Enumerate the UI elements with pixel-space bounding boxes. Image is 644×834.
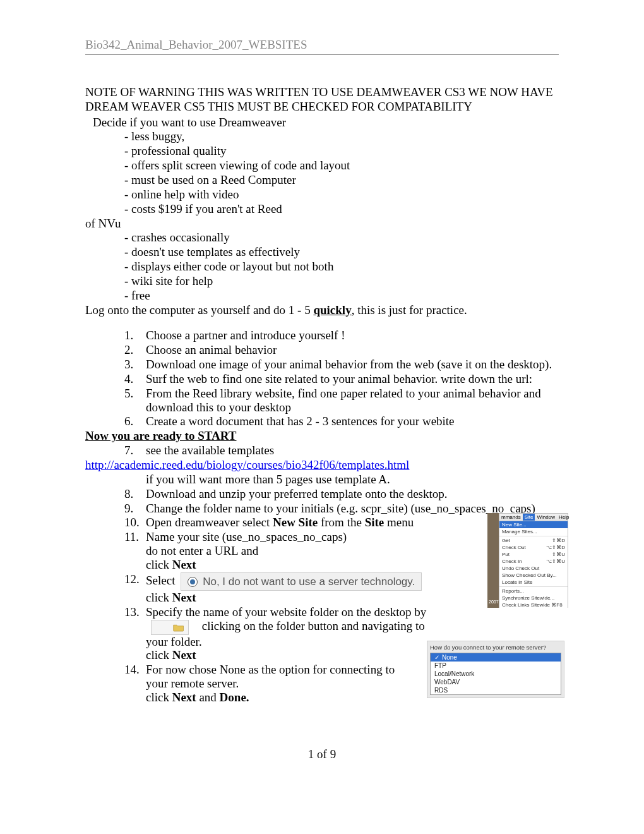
dw-bullet: - costs $199 if you aren't at Reed (85, 202, 559, 216)
nvu-bullet: - wiki site for help (85, 274, 559, 288)
menu-locate-in-site[interactable]: Locate in Site (499, 579, 568, 586)
dw-bullet: - less buggy, (85, 130, 559, 143)
step-2: 2.Choose an animal behavior (124, 343, 559, 357)
menu-window: Window (535, 514, 556, 521)
radio-icon (188, 577, 198, 587)
page-header: Bio342_Animal_Behavior_2007_WEBSITES (85, 38, 559, 55)
step-text: and (196, 691, 220, 704)
step-text: Surf the web to find one site related to… (146, 372, 532, 385)
connect-opt-webdav[interactable]: WebDAV (431, 678, 561, 686)
folder-browse-button[interactable] (151, 620, 189, 635)
step-bold: Next (172, 648, 196, 662)
menu-reports[interactable]: Reports... (499, 588, 568, 595)
dw-bullet: - must be used on a Reed Computer (85, 173, 559, 187)
radio-label: No, I do not want to use a server techno… (203, 576, 415, 588)
connect-question: How do you connect to your remote server… (430, 644, 561, 651)
connect-opt-none[interactable]: None (431, 653, 561, 662)
site-menu-screenshot: 2007 mmands Site Window Help New Site...… (487, 513, 569, 608)
warning-text: NOTE OF WARNING THIS WAS WRITTEN TO USE … (85, 85, 559, 114)
logon-quickly: quickly (313, 303, 351, 317)
menu-manage-sites[interactable]: Manage Sites... (499, 528, 568, 535)
step-text: Download and unzip your preferred templa… (146, 487, 448, 500)
menu-check-out[interactable]: Check Out⌥⇧⌘D (499, 544, 568, 551)
dw-bullet: - professional quality (85, 144, 559, 158)
nvu-bullet: - displays either code or layout but not… (85, 260, 559, 274)
menu-site[interactable]: Site (523, 514, 535, 521)
templates-link[interactable]: http://academic.reed.edu/biology/courses… (85, 458, 409, 471)
page-footer: 1 of 9 (0, 747, 644, 761)
step-text: Choose an animal behavior (146, 343, 277, 356)
connect-opt-ftp[interactable]: FTP (431, 662, 561, 670)
menu-new-site[interactable]: New Site... (499, 521, 568, 528)
radio-no-server-tech[interactable]: No, I do not want to use a server techno… (181, 572, 422, 591)
menu-show-checked-out-by[interactable]: Show Checked Out By... (499, 572, 568, 579)
steps-list-2: 7.see the available templates (85, 444, 559, 457)
step-text: For now chose None as the option for con… (146, 663, 395, 690)
menu-undo-check-out[interactable]: Undo Check Out (499, 565, 568, 572)
step-text: Open dreamweaver select (146, 516, 273, 529)
nvu-bullet: - crashes occasionally (85, 231, 559, 245)
logon-line: Log onto the computer as yourself and do… (85, 303, 559, 317)
step-bold: Done. (220, 691, 249, 704)
logon-post: , this is just for practice. (352, 303, 467, 317)
remote-server-panel: How do you connect to your remote server… (427, 641, 564, 698)
step-bold: New Site (273, 516, 318, 529)
menu-help: Help (557, 514, 569, 521)
step-3: 3.Download one image of your animal beha… (124, 358, 559, 372)
menu-commands: mmands (499, 514, 523, 521)
step-5: 5.From the Reed library website, find on… (124, 387, 559, 414)
step-8: 8.Download and unzip your preferred temp… (124, 487, 559, 501)
step-text: menu (384, 516, 414, 529)
step-bold: Next (172, 691, 196, 704)
menubar: mmands Site Window Help (499, 514, 568, 521)
connect-dropdown[interactable]: None FTP Local/Network WebDAV RDS (430, 653, 561, 695)
dw-bullet: - online help with video (85, 188, 559, 202)
logon-pre: Log onto the computer as yourself and do… (85, 303, 313, 317)
connect-opt-local[interactable]: Local/Network (431, 670, 561, 678)
step-bold: Next (172, 558, 196, 571)
dw-bullet: - offers split screen viewing of code an… (85, 159, 559, 172)
step-text: click (146, 648, 172, 662)
step-7b: if you will want more than 5 pages use t… (124, 473, 559, 486)
menu-put[interactable]: Put⇧⌘U (499, 551, 568, 558)
ofnvu-line: of NVu (85, 217, 559, 231)
nvu-bullet: - free (85, 289, 559, 303)
step-text: Select (146, 574, 178, 587)
step-text: Create a word document that has 2 - 3 se… (146, 414, 455, 428)
nvu-bullet: - doesn't use templates as effectively (85, 245, 559, 259)
step-text: if you will want more than 5 pages use t… (146, 473, 390, 486)
steps-list: 1.Choose a partner and introduce yoursel… (85, 329, 559, 428)
step-text: Specify the name of your website folder … (146, 605, 426, 619)
step-text: Choose a partner and introduce yourself … (146, 329, 345, 342)
menu-check-links-sitewide[interactable]: Check Links Sitewide ⌘F8 (499, 601, 568, 608)
folder-icon (173, 623, 184, 632)
decide-line: Decide if you want to use Dreamweaver (85, 116, 559, 130)
connect-opt-rds[interactable]: RDS (431, 686, 561, 694)
step-text: click (146, 691, 172, 704)
menu-sync-sitewide[interactable]: Synchronize Sitewide... (499, 595, 568, 601)
menu-check-in[interactable]: Check In⌥⇧⌘U (499, 558, 568, 565)
step-text: Download one image of your animal behavi… (146, 358, 552, 371)
step-bold: Next (172, 591, 196, 604)
step-6: 6.Create a word document that has 2 - 3 … (124, 414, 559, 428)
step-text: click (146, 558, 172, 571)
step-text: click (146, 591, 172, 604)
step-4: 4.Surf the web to find one site related … (124, 372, 559, 386)
step-bold: Site (365, 516, 385, 529)
step-text: from the (318, 516, 364, 529)
start-heading: Now you are ready to START (85, 429, 559, 443)
step-text: From the Reed library website, find one … (146, 387, 541, 414)
step-1: 1.Choose a partner and introduce yoursel… (124, 329, 559, 342)
step-7: 7.see the available templates (124, 444, 559, 457)
step-text: Change the folder name to your initials … (146, 502, 535, 515)
step-text: Name your site (use_no_spaces_no_caps) (146, 530, 347, 543)
step-text: see the available templates (146, 444, 274, 457)
menu-get[interactable]: Get⇧⌘D (499, 537, 568, 544)
